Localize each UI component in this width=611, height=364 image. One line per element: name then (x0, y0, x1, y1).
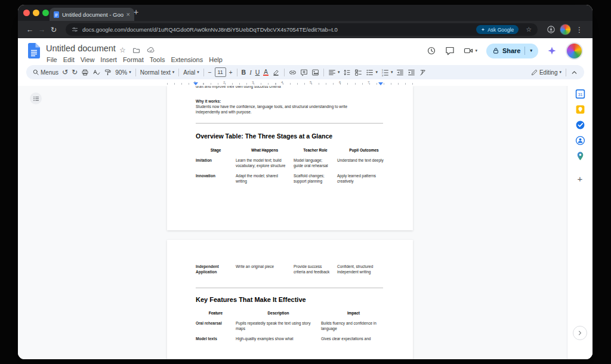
font-family-value: Arial (183, 69, 195, 76)
decrease-indent-button[interactable] (394, 66, 406, 78)
show-outline-button[interactable] (30, 92, 42, 104)
calendar-icon[interactable]: 31 (575, 88, 585, 99)
menus-label: Menus (41, 69, 58, 76)
work-area: draft and improve their own using succes… (18, 86, 593, 359)
redo-button[interactable]: ↻ (70, 66, 79, 78)
gemini-spark-icon[interactable] (547, 46, 557, 55)
menu-item-format[interactable]: Format (120, 55, 147, 64)
zoom-select[interactable]: 90% ▾ (113, 66, 133, 78)
increase-font-size-button[interactable]: + (227, 66, 234, 78)
insert-link-button[interactable] (287, 66, 298, 78)
get-add-ons-button[interactable]: + (575, 173, 585, 184)
numbered-list-button[interactable]: ▾ (379, 66, 395, 78)
insert-image-button[interactable] (310, 66, 321, 78)
align-button[interactable]: ▾ (326, 66, 342, 78)
traffic-light-close[interactable] (23, 10, 30, 16)
line-spacing-button[interactable] (341, 66, 353, 78)
image-icon (311, 69, 319, 76)
bookmark-star-icon[interactable]: ☆ (523, 26, 535, 33)
document-canvas[interactable]: draft and improve their own using succes… (18, 86, 567, 359)
doc-title-actions: ☆ (119, 46, 155, 54)
account-avatar[interactable] (566, 42, 583, 60)
menu-item-extensions[interactable]: Extensions (168, 55, 206, 64)
line-spacing-icon (343, 69, 351, 76)
font-family-select[interactable]: Arial ▾ (181, 66, 201, 78)
add-comment-button[interactable] (298, 66, 310, 78)
tasks-icon[interactable] (575, 119, 585, 130)
document-title[interactable]: Untitled document (46, 44, 116, 53)
text-color-button[interactable]: A (261, 66, 270, 78)
table-cell: Understand the text deeply (337, 158, 391, 168)
chevron-up-icon (570, 69, 578, 76)
move-folder-icon[interactable] (132, 47, 140, 54)
undo-button[interactable]: ↺ (60, 66, 70, 78)
checklist-button[interactable] (353, 66, 364, 78)
menu-item-insert[interactable]: Insert (97, 55, 120, 64)
chevron-down-icon: ▾ (375, 70, 378, 75)
url-text[interactable]: docs.google.com/document/d/1uRQ4Gdo0RAw0… (82, 26, 472, 33)
spelling-check-button[interactable] (91, 66, 102, 78)
table-cell: Builds fluency and confidence in languag… (321, 320, 386, 331)
checklist-icon (354, 69, 362, 76)
highlighter-icon (272, 69, 280, 76)
bold-button[interactable]: B (240, 66, 248, 78)
menu-item-file[interactable]: File (44, 55, 60, 64)
chevron-down-icon[interactable]: ▾ (530, 48, 532, 53)
overview-table: Stage What Happens Teacher Role Pupil Ou… (196, 147, 391, 184)
traffic-light-zoom[interactable] (42, 10, 49, 16)
maps-icon[interactable] (575, 150, 585, 161)
share-button[interactable]: Share ▾ (486, 44, 538, 58)
left-indent-marker[interactable] (193, 82, 198, 85)
browser-menu-kebab-icon[interactable]: ⋮ (572, 26, 587, 34)
clear-formatting-button[interactable] (417, 66, 428, 78)
downloads-button[interactable] (544, 25, 558, 34)
column-header: What Happens (236, 147, 294, 153)
star-document-icon[interactable]: ☆ (119, 46, 126, 54)
side-panel-expand-button[interactable] (573, 326, 587, 340)
column-header: Feature (196, 310, 236, 316)
traffic-light-minimize[interactable] (33, 10, 39, 16)
document-page-2[interactable]: Independent Application Write an origina… (167, 240, 413, 359)
browser-profile-avatar[interactable] (558, 24, 572, 35)
right-indent-marker[interactable] (378, 82, 383, 85)
menu-item-edit[interactable]: Edit (60, 55, 78, 64)
underline-button[interactable]: U (254, 66, 262, 78)
menu-item-tools[interactable]: Tools (147, 55, 168, 64)
outdent-icon (396, 69, 404, 76)
reload-button[interactable]: ↻ (48, 25, 60, 34)
keep-icon[interactable] (575, 104, 585, 115)
italic-button[interactable]: I (248, 66, 254, 78)
paint-format-button[interactable] (102, 66, 113, 78)
menu-item-help[interactable]: Help (206, 55, 226, 64)
editing-mode-select[interactable]: Editing ▾ (529, 66, 563, 78)
site-settings-icon[interactable] (72, 26, 78, 33)
chevron-down-icon: ▾ (391, 70, 393, 75)
contacts-icon[interactable] (575, 135, 585, 146)
new-tab-button[interactable]: + (134, 7, 138, 17)
forward-button[interactable]: → (36, 26, 48, 34)
print-button[interactable] (79, 66, 91, 78)
address-bar[interactable]: docs.google.com/document/d/1uRQ4Gdo0RAw0… (66, 23, 538, 36)
search-icon (32, 69, 39, 76)
tab-close-icon[interactable]: × (126, 11, 130, 18)
browser-tab[interactable]: Untitled document - Google Docs × (50, 8, 134, 21)
highlight-color-button[interactable] (270, 66, 282, 78)
bulleted-list-button[interactable]: ▾ (364, 66, 379, 78)
increase-indent-button[interactable] (406, 66, 417, 78)
ask-google-button[interactable]: Ask Google (476, 25, 519, 34)
document-page-1[interactable]: draft and improve their own using succes… (167, 86, 413, 230)
comments-icon[interactable] (445, 46, 455, 55)
browser-toolbar: ← → ↻ docs.google.com/document/d/1uRQ4Gd… (18, 21, 593, 38)
version-history-icon[interactable] (427, 46, 436, 55)
back-button[interactable]: ← (24, 26, 36, 34)
docs-logo[interactable] (28, 43, 40, 58)
font-size-input[interactable]: 11 (215, 67, 226, 77)
decrease-font-size-button[interactable]: − (206, 66, 214, 78)
paragraph-style-select[interactable]: Normal text ▾ (138, 66, 177, 78)
menu-item-view[interactable]: View (78, 55, 98, 64)
chevron-down-icon: ▾ (559, 70, 561, 75)
svg-text:31: 31 (578, 92, 582, 96)
meet-button[interactable]: ▾ (464, 46, 477, 55)
collapse-toolbar-button[interactable] (569, 66, 580, 78)
menus-search-button[interactable]: Menus (30, 66, 60, 78)
